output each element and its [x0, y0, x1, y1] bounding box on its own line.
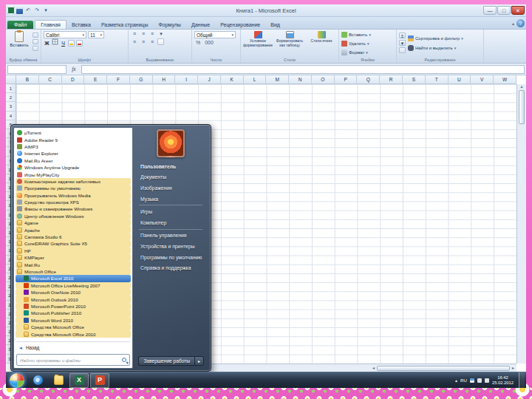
start-search-box[interactable]: Найти программы и файлы: [16, 354, 130, 366]
paste-button[interactable]: Вставить: [8, 31, 30, 56]
horizontal-scroll-thumb[interactable]: [377, 366, 510, 371]
format-cells-button[interactable]: Формат ▾: [341, 49, 371, 56]
start-right-item[interactable]: Компьютер: [137, 217, 204, 228]
bold-button[interactable]: Ж: [44, 41, 50, 46]
qat-customize-icon[interactable]: ▾: [42, 7, 50, 13]
align-bottom-icon[interactable]: ≡: [149, 31, 156, 37]
start-right-item[interactable]: Изображения: [137, 183, 204, 194]
start-program-item[interactable]: Microsoft Office: [16, 268, 131, 275]
start-program-item[interactable]: AIMP3: [16, 143, 131, 150]
tab-Вид[interactable]: Вид: [265, 21, 285, 29]
save-icon[interactable]: [16, 7, 23, 14]
tab-Данные[interactable]: Данные: [186, 21, 215, 29]
start-program-item[interactable]: Программы по умолчанию: [16, 185, 131, 191]
column-header-G[interactable]: G: [130, 75, 153, 83]
redo-icon[interactable]: ↷: [33, 7, 41, 13]
column-header-J[interactable]: J: [198, 75, 221, 83]
start-program-item[interactable]: Microsoft Publisher 2010: [16, 310, 131, 316]
minimize-ribbon-icon[interactable]: ▴: [512, 21, 514, 26]
start-program-item[interactable]: 4game: [16, 219, 131, 226]
percent-style-icon[interactable]: %: [194, 40, 202, 46]
start-right-item[interactable]: Программы по умолчанию: [137, 252, 204, 263]
column-header-O[interactable]: O: [312, 75, 335, 83]
start-program-item[interactable]: Игры MyPlayCity: [16, 171, 131, 177]
align-middle-icon[interactable]: ≡: [140, 31, 147, 37]
column-header-Q[interactable]: Q: [357, 75, 380, 83]
copy-icon[interactable]: [33, 39, 38, 44]
start-program-item[interactable]: Проигрыватель Windows Media: [16, 192, 131, 199]
insert-cells-button[interactable]: Вставить ▾: [341, 31, 371, 38]
clear-icon[interactable]: [399, 47, 406, 53]
excel-titlebar[interactable]: ↶ ↷ ▾ Книга1 - Microsoft Excel — □ ✕: [6, 4, 526, 17]
format-painter-icon[interactable]: [33, 46, 38, 51]
vertical-scrollbar[interactable]: ▲: [516, 84, 526, 364]
start-program-item[interactable]: Windows Anytime Upgrade: [16, 164, 131, 171]
column-header-V[interactable]: V: [471, 75, 494, 83]
formula-input[interactable]: [81, 65, 525, 74]
taskbar-clock[interactable]: 16:42 25.02.2012: [492, 375, 514, 386]
column-header-W[interactable]: W: [494, 75, 516, 83]
help-icon[interactable]: ?: [516, 19, 525, 27]
back-item[interactable]: ◄ Назад: [16, 344, 131, 352]
start-button[interactable]: [10, 373, 24, 388]
column-header-N[interactable]: N: [289, 75, 312, 83]
start-right-item[interactable]: Панель управления: [137, 231, 204, 242]
name-box[interactable]: [7, 65, 66, 74]
taskbar-button-internet-explorer[interactable]: e: [28, 373, 47, 388]
column-header-B[interactable]: B: [16, 75, 39, 83]
autosum-icon[interactable]: Σ: [399, 33, 406, 38]
start-program-item[interactable]: Microsoft Word 2010: [16, 317, 131, 324]
start-right-item[interactable]: Устройства и принтеры: [137, 241, 204, 252]
undo-icon[interactable]: ↶: [24, 7, 32, 13]
show-desktop-button[interactable]: [519, 372, 525, 389]
underline-button[interactable]: Ч: [60, 41, 66, 46]
tab-Формулы[interactable]: Формулы: [153, 21, 185, 29]
column-header-M[interactable]: M: [266, 75, 289, 83]
start-program-item[interactable]: µTorrent: [16, 129, 131, 136]
scroll-right-icon[interactable]: ►: [511, 366, 515, 370]
borders-icon[interactable]: [52, 38, 58, 45]
row-header-1[interactable]: 1: [6, 84, 16, 93]
start-right-item[interactable]: Документы: [137, 172, 204, 183]
delete-cells-button[interactable]: Удалить ▾: [341, 40, 371, 47]
align-top-icon[interactable]: ≡: [131, 31, 138, 37]
column-header-K[interactable]: K: [221, 75, 244, 83]
start-program-item[interactable]: Apache: [16, 226, 131, 233]
start-program-item[interactable]: KMPlayer: [16, 254, 131, 261]
start-program-item[interactable]: Средства Microsoft Office 2010: [16, 330, 131, 337]
column-header-C[interactable]: C: [39, 75, 62, 83]
start-right-item[interactable]: Музыка: [137, 194, 204, 205]
tab-Файл[interactable]: Файл: [7, 21, 33, 29]
language-indicator[interactable]: RU: [460, 378, 467, 383]
format-as-table-button[interactable]: Форматировать как таблицу: [275, 31, 304, 56]
tab-Вставка[interactable]: Вставка: [66, 21, 96, 29]
start-program-item[interactable]: Средство просмотра XPS: [16, 199, 131, 205]
column-header-P[interactable]: P: [335, 75, 358, 83]
column-header-U[interactable]: U: [449, 75, 471, 83]
font-size-select[interactable]: 11▾: [88, 31, 104, 38]
start-program-item[interactable]: Microsoft OneNote 2010: [16, 289, 131, 296]
taskbar-button-excel[interactable]: X: [69, 373, 89, 388]
cut-icon[interactable]: [33, 33, 38, 38]
start-program-item[interactable]: Microsoft PowerPoint 2010: [16, 303, 131, 310]
conditional-formatting-button[interactable]: Условное форматирование: [243, 31, 273, 56]
start-program-item[interactable]: Camtasia Studio 6: [16, 233, 131, 240]
font-name-select[interactable]: Calibri▾: [44, 31, 86, 38]
scroll-up-icon[interactable]: ▲: [517, 84, 526, 89]
taskbar-button-windows-explorer[interactable]: [49, 373, 68, 388]
start-program-item[interactable]: HP: [16, 248, 131, 254]
shutdown-button[interactable]: Завершение работы ▸: [138, 356, 204, 366]
user-avatar[interactable]: [157, 129, 185, 157]
start-right-item[interactable]: Справка и поддержка: [137, 262, 204, 273]
start-program-item[interactable]: Microsoft Excel 2010: [16, 275, 131, 282]
start-program-item[interactable]: Internet Explorer: [16, 150, 131, 157]
start-program-item[interactable]: Mail.Ru: [16, 261, 131, 267]
start-program-item[interactable]: Центр обновления Windows: [16, 213, 131, 219]
column-header-E[interactable]: E: [84, 75, 107, 83]
start-program-item[interactable]: Microsoft Outlook 2010: [16, 296, 131, 302]
comma-style-icon[interactable]: 000: [203, 40, 215, 46]
tab-Рецензирование[interactable]: Рецензирование: [215, 21, 265, 29]
start-program-item[interactable]: Adobe Reader 9: [16, 136, 131, 143]
start-program-item[interactable]: Средства Microsoft Office: [16, 324, 131, 330]
vertical-scroll-thumb[interactable]: [519, 90, 525, 124]
